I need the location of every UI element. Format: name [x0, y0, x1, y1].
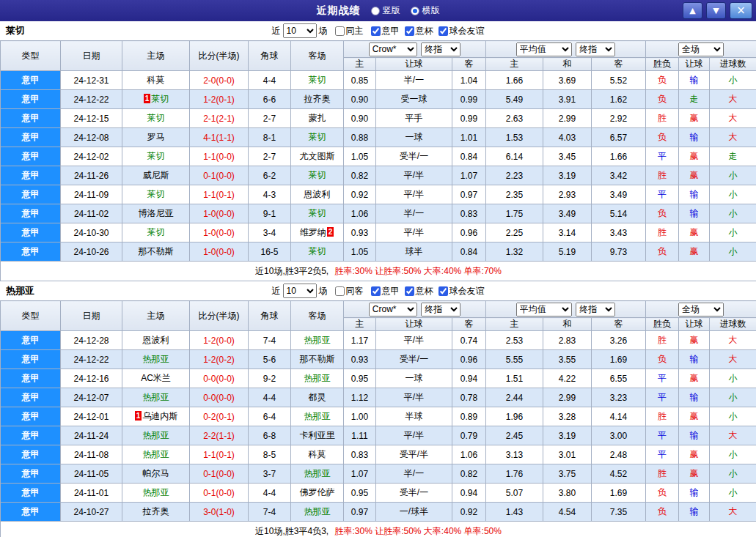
- home-team-cell[interactable]: 恩波利: [122, 331, 190, 350]
- score-cell[interactable]: 3-0(1-0): [190, 503, 249, 522]
- home-team-cell[interactable]: 热那亚: [122, 426, 190, 445]
- away-team-cell[interactable]: 尤文图斯: [291, 147, 344, 166]
- away-team-cell[interactable]: 佛罗伦萨: [291, 484, 344, 503]
- home-team-cell[interactable]: 热那亚: [122, 445, 190, 464]
- away-team-cell[interactable]: 莱切: [291, 128, 344, 147]
- league-filter[interactable]: 意杯: [400, 285, 433, 297]
- league-filter[interactable]: 球会友谊: [433, 25, 485, 37]
- score-cell[interactable]: 1-0(0-0): [190, 223, 249, 242]
- score-cell[interactable]: 1-0(0-0): [190, 204, 249, 223]
- avg-away-odds-cell: 6.57: [592, 128, 646, 147]
- score-cell[interactable]: 1-2(0-0): [190, 331, 249, 350]
- home-team-cell[interactable]: 热那亚: [122, 484, 190, 503]
- league-checkbox[interactable]: [371, 286, 381, 296]
- score-cell[interactable]: 0-2(0-1): [190, 407, 249, 426]
- home-team-cell[interactable]: AC米兰: [122, 369, 190, 388]
- home-team-cell[interactable]: 热那亚: [122, 388, 190, 407]
- league-checkbox[interactable]: [371, 26, 381, 36]
- league-checkbox[interactable]: [438, 26, 448, 36]
- match-count-select[interactable]: 10: [283, 23, 317, 38]
- away-team-cell[interactable]: 莱切: [291, 71, 344, 90]
- team-name-text: 莱切: [309, 208, 326, 218]
- match-count-select[interactable]: 10: [283, 284, 317, 298]
- league-filter[interactable]: 球会友谊: [433, 285, 485, 297]
- score-cell[interactable]: 0-1(0-0): [190, 484, 249, 503]
- average-select[interactable]: 平均值: [516, 42, 572, 56]
- score-cell[interactable]: 4-1(1-1): [190, 128, 249, 147]
- home-team-cell[interactable]: 拉齐奥: [122, 503, 190, 522]
- away-team-cell[interactable]: 莱切: [291, 204, 344, 223]
- home-team-cell[interactable]: 帕尔马: [122, 464, 190, 484]
- score-cell[interactable]: 2-1(2-1): [190, 109, 249, 128]
- fulltime-select[interactable]: 全场: [678, 303, 724, 316]
- handicap-cell: 一球: [376, 369, 452, 388]
- away-team-cell[interactable]: 热那亚: [291, 464, 344, 484]
- score-cell[interactable]: 1-1(0-0): [190, 147, 249, 166]
- home-team-cell[interactable]: 那不勒斯: [122, 242, 190, 262]
- same-venue-checkbox[interactable]: [335, 286, 345, 296]
- layout-radio-horizontal[interactable]: 横版: [411, 4, 440, 17]
- away-team-cell[interactable]: 都灵: [291, 388, 344, 407]
- league-cell: 意甲: [1, 166, 61, 185]
- fulltime-select[interactable]: 全场: [678, 42, 724, 56]
- home-team-cell[interactable]: 科莫: [122, 71, 190, 90]
- score-cell[interactable]: 0-0(0-0): [190, 388, 249, 407]
- score-cell[interactable]: 2-2(1-1): [190, 426, 249, 445]
- score-cell[interactable]: 1-2(0-1): [190, 90, 249, 109]
- score-cell[interactable]: 2-0(0-0): [190, 71, 249, 90]
- home-team-cell[interactable]: 威尼斯: [122, 166, 190, 185]
- home-team-cell[interactable]: 热那亚: [122, 350, 190, 369]
- score-cell[interactable]: 0-1(0-0): [190, 464, 249, 484]
- home-team-cell[interactable]: 莱切: [122, 223, 190, 242]
- away-team-cell[interactable]: 莱切: [291, 242, 344, 262]
- bookmaker-select[interactable]: Crow*: [369, 303, 417, 316]
- move-down-button[interactable]: ▼: [706, 2, 726, 19]
- radio-horizontal-icon[interactable]: [411, 7, 419, 15]
- home-team-cell[interactable]: 罗马: [122, 128, 190, 147]
- score-cell[interactable]: 1-2(0-2): [190, 350, 249, 369]
- away-team-cell[interactable]: 拉齐奥: [291, 90, 344, 109]
- layout-radio-vertical[interactable]: 竖版: [371, 4, 400, 17]
- score-cell[interactable]: 1-1(0-1): [190, 185, 249, 204]
- home-team-cell[interactable]: 1乌迪内斯: [122, 407, 190, 426]
- away-team-cell[interactable]: 恩波利: [291, 185, 344, 204]
- home-team-cell[interactable]: 莱切: [122, 109, 190, 128]
- league-filter[interactable]: 意杯: [400, 25, 433, 37]
- score-cell[interactable]: 1-1(0-1): [190, 445, 249, 464]
- away-team-cell[interactable]: 热那亚: [291, 331, 344, 350]
- home-team-cell[interactable]: 莱切: [122, 185, 190, 204]
- score-cell[interactable]: 0-0(0-0): [190, 369, 249, 388]
- home-team-cell[interactable]: 博洛尼亚: [122, 204, 190, 223]
- home-team-cell[interactable]: 莱切: [122, 147, 190, 166]
- away-team-cell[interactable]: 维罗纳2: [291, 223, 344, 242]
- away-team-cell[interactable]: 热那亚: [291, 407, 344, 426]
- away-team-cell[interactable]: 那不勒斯: [291, 350, 344, 369]
- bookmaker-select[interactable]: Crow*: [369, 42, 417, 56]
- europe-stage-select[interactable]: 终指: [576, 42, 615, 56]
- europe-stage-select[interactable]: 终指: [576, 303, 615, 316]
- same-venue-filter[interactable]: 同客: [330, 285, 364, 297]
- average-select[interactable]: 平均值: [516, 303, 572, 316]
- close-button[interactable]: ×: [730, 2, 752, 19]
- away-team-cell[interactable]: 莱切: [291, 166, 344, 185]
- same-venue-filter[interactable]: 同主: [330, 25, 364, 37]
- away-team-cell[interactable]: 科莫: [291, 445, 344, 464]
- away-team-cell[interactable]: 卡利亚里: [291, 426, 344, 445]
- avg-draw-odds-cell: 3.14: [543, 223, 592, 242]
- score-cell[interactable]: 0-1(0-0): [190, 166, 249, 185]
- league-checkbox[interactable]: [405, 26, 414, 36]
- away-team-cell[interactable]: 热那亚: [291, 369, 344, 388]
- score-cell[interactable]: 1-0(0-0): [190, 242, 249, 262]
- league-filter[interactable]: 意甲: [366, 285, 400, 297]
- radio-vertical-icon[interactable]: [371, 7, 380, 15]
- handicap-stage-select[interactable]: 终指: [421, 42, 460, 56]
- same-venue-checkbox[interactable]: [335, 26, 345, 36]
- move-up-button[interactable]: ▲: [683, 2, 702, 19]
- handicap-stage-select[interactable]: 终指: [421, 303, 460, 316]
- league-checkbox[interactable]: [438, 286, 448, 296]
- league-filter[interactable]: 意甲: [366, 25, 400, 37]
- away-team-cell[interactable]: 热那亚: [291, 503, 344, 522]
- league-checkbox[interactable]: [405, 286, 414, 296]
- away-team-cell[interactable]: 蒙扎: [291, 109, 344, 128]
- home-team-cell[interactable]: 1莱切: [122, 90, 190, 109]
